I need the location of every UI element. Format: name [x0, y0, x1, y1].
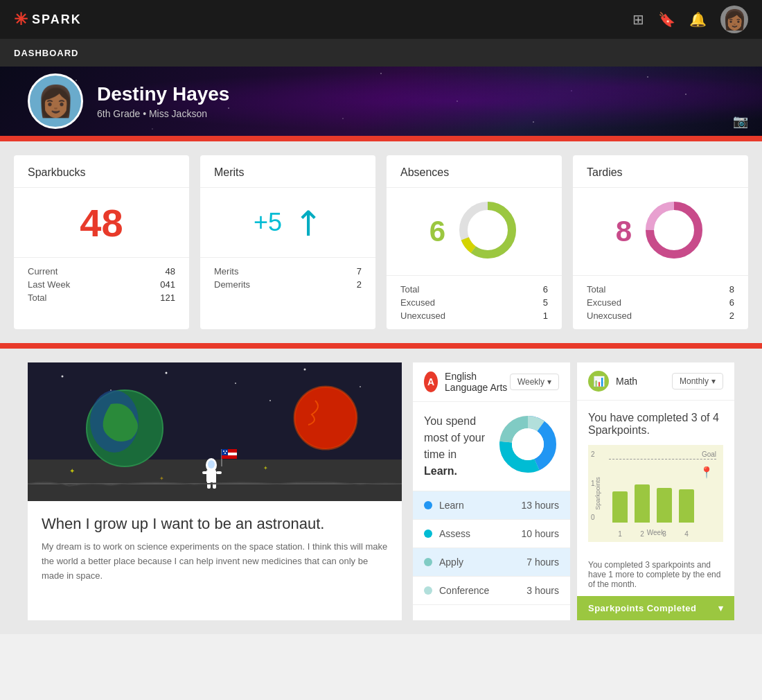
user-avatar[interactable]: 👩🏾 [720, 6, 748, 33]
absences-val-total: 6 [543, 284, 548, 295]
sparkbucks-footer: Current 48 Last Week 041 Total 121 [14, 257, 189, 311]
ela-text: You spend most of your time in Learn. [424, 413, 486, 480]
bar-1 [612, 491, 628, 523]
ela-item-conference-left: Conference [424, 585, 489, 596]
ela-body: You spend most of your time in Learn. [413, 402, 570, 491]
week-label: Week [647, 529, 664, 536]
sparkbucks-title: Sparkbucks [28, 166, 175, 179]
merits-header: Merits [200, 155, 375, 188]
math-period-label: Monthly [680, 376, 709, 386]
x-label-1: 1 [612, 530, 628, 538]
student-name: Destiny Hayes [97, 83, 229, 105]
ela-period-dropdown[interactable]: Weekly ▾ [510, 374, 559, 390]
camera-icon[interactable]: 📷 [733, 114, 748, 129]
merits-value: +5 [254, 208, 282, 237]
ela-subject-name: English Language Arts [445, 371, 510, 393]
nav-icons: ⊞ 🔖 🔔 👩🏾 [632, 6, 748, 33]
sparkbucks-header: Sparkbucks [14, 155, 189, 188]
spark-icon: ✳ [14, 10, 28, 29]
math-header: 📊 Math Monthly ▾ [577, 362, 734, 401]
ela-item-assess: Assess 10 hours [413, 520, 570, 548]
ela-item-conference: Conference 3 hours [413, 577, 570, 605]
sparkbucks-row-current: Current 48 [28, 266, 175, 277]
sparkbucks-val-lastweek: 041 [160, 279, 175, 290]
math-body: You have completed 3 of 4 Sparkpoints. G… [577, 401, 734, 553]
absences-label-excused: Excused [400, 297, 435, 308]
tardies-header: Tardies [573, 155, 748, 188]
absences-card: Absences 6 Total 6 Excused [387, 155, 562, 329]
tardies-row-unexcused: Unexcused 2 [587, 310, 734, 321]
ela-hours-learn: 13 hours [522, 500, 559, 511]
svg-point-15 [269, 400, 271, 401]
bar-group-3 [657, 488, 672, 523]
grid-icon[interactable]: ⊞ [632, 11, 644, 28]
bottom-section: ✦ ✦ ✦ When I grow up I want to be an ast… [0, 349, 762, 634]
svg-point-46 [512, 428, 544, 460]
sparkbucks-label-current: Current [28, 266, 57, 277]
absences-body: 6 [387, 188, 562, 275]
svg-rect-33 [222, 449, 228, 455]
svg-point-27 [208, 460, 215, 469]
hero-banner: 👩🏾 Destiny Hayes 6th Grade • Miss Jackso… [0, 67, 762, 136]
ela-item-apply: Apply 7 hours [413, 548, 570, 577]
ela-hours-apply: 7 hours [526, 557, 559, 568]
math-period-dropdown[interactable]: Monthly ▾ [672, 373, 723, 390]
merits-label-demerits: Demerits [214, 279, 250, 290]
tardies-row-excused: Excused 6 [587, 297, 734, 308]
svg-rect-32 [222, 455, 237, 459]
merits-body: +5 ↗ [200, 188, 375, 257]
ela-card: A English Language Arts Weekly ▾ You spe… [413, 362, 570, 620]
absences-donut [457, 199, 519, 264]
sparkbucks-val-current: 48 [166, 266, 175, 277]
ela-hours-conference: 3 hours [526, 585, 559, 596]
red-divider [0, 136, 762, 141]
math-chart: Goal 📍 2 1 0 Sparkpoints [588, 445, 723, 542]
svg-text:✦: ✦ [69, 467, 75, 475]
sparkpoints-completed-label: Sparkpoints Completed [588, 603, 696, 613]
bookmark-icon[interactable]: 🔖 [658, 11, 675, 28]
sparkbucks-body: 48 [14, 188, 189, 257]
svg-point-9 [62, 376, 64, 378]
ela-dot-conference [424, 586, 432, 595]
ela-label-learn: Learn [439, 500, 464, 511]
bar-group-1 [612, 491, 628, 523]
sparkbucks-row-lastweek: Last Week 041 [28, 279, 175, 290]
sparkpoints-chevron: ▾ [718, 603, 724, 613]
math-note: You completed 3 sparkpoints and have 1 m… [577, 553, 734, 596]
merits-footer: Merits 7 Demerits 2 [200, 257, 375, 298]
ela-dot-assess [424, 530, 432, 538]
x-label-4: 4 [679, 530, 694, 538]
tardies-label-unexcused: Unexcused [587, 310, 632, 321]
tardies-row-total: Total 8 [587, 284, 734, 295]
absences-number: 6 [429, 215, 445, 248]
sparkpoints-y-label: Sparkpoints [594, 477, 601, 510]
sparkpoints-completed-bar[interactable]: Sparkpoints Completed ▾ [577, 596, 734, 620]
svg-rect-23 [202, 471, 208, 474]
chart-bars [612, 484, 716, 523]
y-label-2: 2 [591, 450, 595, 458]
ela-dot-learn [424, 501, 432, 509]
absences-footer: Total 6 Excused 5 Unexcused 1 [387, 275, 562, 329]
ela-item-learn-left: Learn [424, 500, 464, 511]
tardies-number: 8 [616, 215, 632, 248]
ela-dropdown-chevron: ▾ [547, 377, 551, 387]
tardies-footer: Total 8 Excused 6 Unexcused 2 [573, 275, 748, 329]
stats-section: Sparkbucks 48 Current 48 Last Week 041 T… [0, 141, 762, 343]
drawing-image: ✦ ✦ ✦ [28, 362, 402, 501]
drawing-title: When I grow up I want to be an astronaut… [42, 515, 388, 533]
logo[interactable]: ✳ SPARK [14, 10, 82, 29]
notification-icon[interactable]: 🔔 [689, 11, 707, 28]
merits-label-merits: Merits [214, 266, 238, 277]
svg-text:✦: ✦ [263, 465, 268, 471]
bar-4 [679, 489, 694, 523]
ela-header: A English Language Arts Weekly ▾ [413, 362, 570, 402]
merits-val-demerits: 2 [357, 279, 362, 290]
merits-display: +5 ↗ [254, 202, 322, 243]
svg-point-36 [224, 453, 226, 454]
sparkbucks-value: 48 [80, 200, 123, 245]
math-headline: You have completed 3 of 4 Sparkpoints. [588, 412, 723, 437]
tardies-donut-section: 8 [587, 199, 734, 264]
bar-2 [635, 484, 650, 523]
ela-item-assess-left: Assess [424, 528, 470, 539]
math-header-left: 📊 Math [588, 371, 637, 392]
